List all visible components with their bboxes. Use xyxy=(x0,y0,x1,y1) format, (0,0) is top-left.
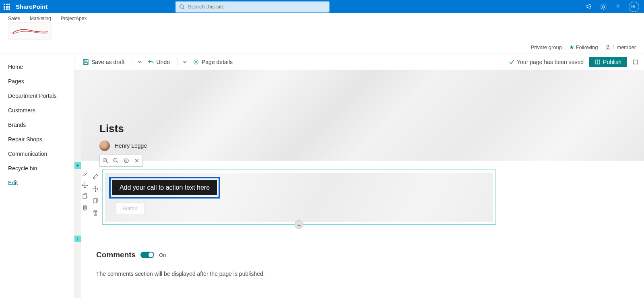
cta-text-wrapper[interactable]: Add your call to action text here xyxy=(109,177,220,199)
svg-point-17 xyxy=(124,159,128,163)
comments-heading: Comments xyxy=(96,250,136,259)
avatar[interactable]: HL xyxy=(629,2,639,12)
author-name[interactable]: Henry Legge xyxy=(115,143,147,149)
cta-text-input[interactable]: Add your call to action text here xyxy=(112,180,217,195)
app-launcher-icon[interactable] xyxy=(0,0,13,13)
person-icon xyxy=(605,44,611,50)
brand-label[interactable]: SharePoint xyxy=(16,3,47,10)
section-rail: + + xyxy=(74,70,81,298)
svg-point-18 xyxy=(126,160,127,161)
nav-item-recycle[interactable]: Recycle bin xyxy=(0,161,74,176)
zoom-out-icon[interactable] xyxy=(113,157,119,164)
undo-icon xyxy=(148,59,154,65)
nav-item-home[interactable]: Home xyxy=(0,60,74,74)
zoom-in-icon[interactable] xyxy=(102,157,109,164)
delete-icon[interactable] xyxy=(82,205,88,211)
svg-line-11 xyxy=(106,161,108,163)
nav-item-pages[interactable]: Pages xyxy=(0,74,74,89)
search-box[interactable] xyxy=(176,2,329,12)
comments-toggle-label: On xyxy=(159,252,166,258)
save-icon xyxy=(83,59,89,65)
duplicate-icon[interactable] xyxy=(92,198,99,204)
nav-item-brands[interactable]: Brands xyxy=(0,118,74,132)
site-logo[interactable] xyxy=(8,22,52,40)
edit-icon[interactable] xyxy=(82,171,88,177)
following-toggle[interactable]: ★ Following xyxy=(569,44,598,50)
comments-note: The comments section will be displayed a… xyxy=(96,271,359,277)
hub-nav-link[interactable]: Marketing xyxy=(30,16,51,21)
svg-rect-22 xyxy=(93,199,97,203)
nav-item-department[interactable]: Department Portals xyxy=(0,89,74,103)
comments-section: Comments On The comments section will be… xyxy=(93,243,359,277)
members-link[interactable]: 1 member xyxy=(605,44,636,50)
undo-button[interactable]: Undo xyxy=(145,57,172,67)
section-divider xyxy=(111,229,620,229)
svg-point-7 xyxy=(195,61,197,63)
publish-icon xyxy=(595,59,601,65)
svg-point-0 xyxy=(180,4,184,8)
cta-button[interactable]: Button xyxy=(116,203,144,214)
megaphone-icon[interactable] xyxy=(585,3,592,10)
delete-icon[interactable] xyxy=(92,210,99,216)
author-avatar[interactable] xyxy=(99,141,110,151)
privacy-label: Private group xyxy=(531,44,562,50)
close-icon[interactable] xyxy=(134,157,140,164)
hub-nav-link[interactable]: ProjectApex xyxy=(61,16,87,21)
svg-point-3 xyxy=(607,45,609,47)
move-icon[interactable] xyxy=(92,186,99,192)
focal-point-icon[interactable] xyxy=(123,157,130,164)
hero-banner: Lists Henry Legge xyxy=(81,70,644,161)
gear-icon xyxy=(193,59,199,65)
svg-line-1 xyxy=(183,8,184,9)
svg-rect-5 xyxy=(85,60,87,61)
svg-rect-6 xyxy=(84,62,87,64)
webpart-toolbar xyxy=(91,174,100,216)
title-toolbar xyxy=(99,155,143,167)
check-icon xyxy=(509,59,514,65)
section-toolbar xyxy=(81,171,89,211)
search-input[interactable] xyxy=(176,2,329,12)
command-bar: Save as draft Undo Page details Your pag… xyxy=(74,54,644,70)
nav-item-repair[interactable]: Repair Shops xyxy=(0,132,74,147)
nav-item-customers[interactable]: Customers xyxy=(0,103,74,118)
svg-rect-21 xyxy=(83,194,86,199)
nav-item-communication[interactable]: Communication xyxy=(0,147,74,161)
edit-icon[interactable] xyxy=(92,174,99,180)
site-info-bar: Private group ★ Following 1 member xyxy=(0,40,644,54)
star-icon: ★ xyxy=(569,44,574,50)
nav-edit-link[interactable]: Edit xyxy=(0,176,74,190)
duplicate-icon[interactable] xyxy=(82,193,88,200)
fullscreen-icon[interactable] xyxy=(633,59,638,65)
chevron-down-icon[interactable] xyxy=(137,60,142,64)
svg-line-15 xyxy=(117,161,118,163)
add-section-button[interactable]: + xyxy=(74,236,81,242)
search-icon xyxy=(179,4,185,10)
svg-point-2 xyxy=(602,6,605,8)
cta-webpart[interactable]: Add your call to action text here Button… xyxy=(102,170,496,225)
page-details-button[interactable]: Page details xyxy=(190,57,235,67)
publish-button[interactable]: Publish xyxy=(589,57,627,67)
hub-nav-link[interactable]: Sales xyxy=(8,16,20,21)
comments-toggle[interactable] xyxy=(140,252,154,258)
page-title[interactable]: Lists xyxy=(99,122,644,135)
chevron-down-icon[interactable] xyxy=(182,60,187,64)
site-header: Sales Marketing ProjectApex xyxy=(0,13,644,40)
add-section-button[interactable]: + xyxy=(74,162,81,169)
left-navigation: Home Pages Department Portals Customers … xyxy=(0,54,74,298)
suite-bar: SharePoint HL xyxy=(0,0,644,13)
save-draft-button[interactable]: Save as draft xyxy=(80,57,127,67)
help-icon[interactable] xyxy=(614,3,621,10)
move-icon[interactable] xyxy=(82,182,88,188)
saved-status: Your page has been saved xyxy=(509,59,584,65)
add-webpart-button[interactable]: + xyxy=(295,220,303,229)
gear-icon[interactable] xyxy=(600,3,607,10)
